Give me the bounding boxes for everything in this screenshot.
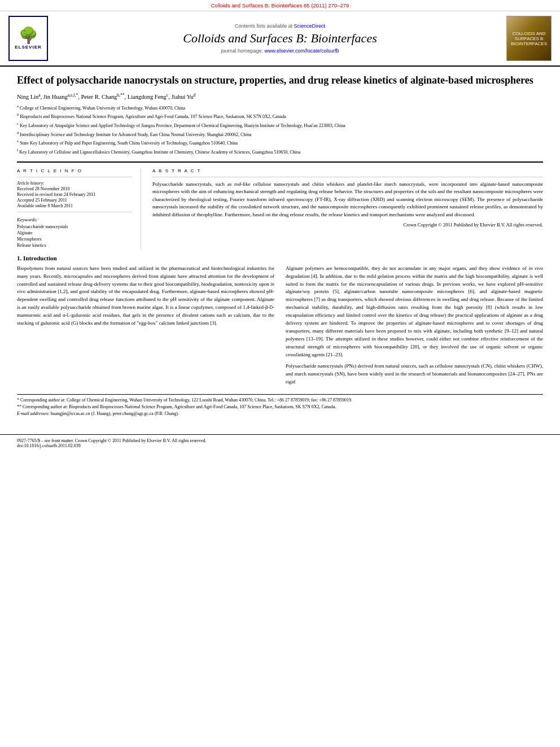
intro-para-2: Alginate polymers are hemocompatible, th… <box>286 265 543 359</box>
keywords-label: Keywords: <box>17 217 132 222</box>
bottom-bar: 0927-7765/$ – see front matter. Crown Co… <box>0 434 560 452</box>
copyright-line: Crown Copyright © 2011 Published by Else… <box>152 222 543 228</box>
authors-text: Ning Lina, Jin Huanga,e,f,*, Peter R. Ch… <box>17 94 195 100</box>
journal-logo: COLLOIDS AND SURFACES B BIOINTERFACES <box>504 16 554 61</box>
history-accepted: Accepted 25 February 2011 <box>17 198 132 203</box>
history-revised: Received in revised form 24 February 201… <box>17 192 132 197</box>
article-history: Article history: Received 28 November 20… <box>17 181 132 208</box>
footnote-email: E-mail addresses: huangjin@iccas.ac.cn (… <box>17 410 543 417</box>
authors-line: Ning Lina, Jin Huanga,e,f,*, Peter R. Ch… <box>17 92 543 100</box>
footnote-star: * Corresponding author at: College of Ch… <box>17 397 543 404</box>
abstract-label: A B S T R A C T <box>152 168 543 173</box>
elsevier-logo-box: 🌳 ELSEVIER <box>8 16 48 61</box>
keyword-4: Release kinetics <box>17 243 132 248</box>
doi-line: doi:10.1016/j.colsurfb.2011.02.039 <box>17 443 543 448</box>
header-center: Contents lists available at ScienceDirec… <box>56 16 504 61</box>
intro-para-3: Polysaccharide nanocrystals (PNs) derive… <box>286 362 543 386</box>
intro-col-left: Biopolymers from natural sources have be… <box>17 265 274 390</box>
elsevier-label: ELSEVIER <box>15 45 42 50</box>
affiliation-c: c Key Laboratory of Attapulgite Science … <box>17 121 543 129</box>
article-info-abstract: A R T I C L E I N F O Article history: R… <box>17 168 543 249</box>
abstract-text: Polysaccharide nanocrystals, such as rod… <box>152 181 543 219</box>
affiliation-d: d Interdisciplinary Science and Technolo… <box>17 130 543 138</box>
journal-citation-bar: Colloids and Surfaces B: Biointerfaces 8… <box>0 0 560 11</box>
main-content: 1. Introduction Biopolymers from natural… <box>17 255 543 390</box>
keyword-2: Alginate <box>17 230 132 235</box>
affiliation-e: e State Key Laboratory of Pulp and Paper… <box>17 138 543 147</box>
footnote-star-star: ** Corresponding author at: Bioproducts … <box>17 404 543 410</box>
abstract-divider <box>152 177 543 177</box>
keywords-section: Keywords: Polysaccharide nanocrystals Al… <box>17 217 132 248</box>
journal-logo-image: COLLOIDS AND SURFACES B BIOINTERFACES <box>506 16 552 61</box>
keyword-3: Microspheres <box>17 237 132 242</box>
affiliations-section: a College of Chemical Engineering, Wuhan… <box>17 103 543 156</box>
abstract-column: A B S T R A C T Polysaccharide nanocryst… <box>152 168 543 249</box>
article-info-column: A R T I C L E I N F O Article history: R… <box>17 168 141 249</box>
info-divider-2 <box>17 212 132 212</box>
affiliation-a: a College of Chemical Engineering, Wuhan… <box>17 103 543 112</box>
affiliation-b: b Bioproducts and Bioprocesses National … <box>17 112 543 120</box>
elsevier-logo: 🌳 ELSEVIER <box>6 16 51 61</box>
history-label: Article history: <box>17 181 132 186</box>
history-received: Received 28 November 2010 <box>17 186 132 191</box>
journal-title: Colloids and Surfaces B: Biointerfaces <box>183 31 377 46</box>
journal-homepage: journal homepage: www.elsevier.com/locat… <box>221 48 339 54</box>
article-info-label: A R T I C L E I N F O <box>17 168 132 173</box>
divider <box>17 161 543 163</box>
keyword-1: Polysaccharide nanocrystals <box>17 224 132 229</box>
affiliation-f: f Key Laboratory of Cellulose and Lignoc… <box>17 147 543 156</box>
history-online: Available online 8 March 2011 <box>17 203 132 208</box>
info-divider-1 <box>17 177 132 177</box>
issn-line: 0927-7765/$ – see front matter. Crown Co… <box>17 438 543 443</box>
intro-heading: 1. Introduction <box>17 255 543 261</box>
article-container: Effect of polysaccharide nanocrystals on… <box>0 67 560 429</box>
intro-col-right: Alginate polymers are hemocompatible, th… <box>286 265 543 390</box>
sciencedirect-link: Contents lists available at ScienceDirec… <box>235 23 325 29</box>
intro-columns: Biopolymers from natural sources have be… <box>17 265 543 390</box>
sciencedirect-anchor[interactable]: ScienceDirect <box>294 23 326 29</box>
intro-para-1: Biopolymers from natural sources have be… <box>17 265 274 328</box>
article-title: Effect of polysaccharide nanocrystals on… <box>17 73 543 88</box>
journal-citation: Colloids and Surfaces B: Biointerfaces 8… <box>211 2 349 8</box>
journal-header: 🌳 ELSEVIER Contents lists available at S… <box>0 11 560 67</box>
homepage-link[interactable]: www.elsevier.com/locate/colsurfb <box>265 48 339 54</box>
elsevier-tree-icon: 🌳 <box>19 28 38 43</box>
footnotes-section: * Corresponding author at: College of Ch… <box>17 394 543 417</box>
